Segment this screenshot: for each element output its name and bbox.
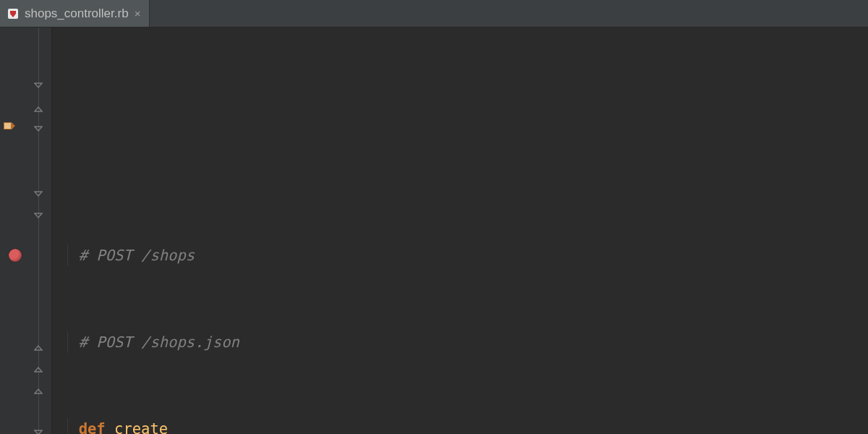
execution-point-icon[interactable] xyxy=(3,119,16,132)
fold-end-icon[interactable] xyxy=(34,99,43,108)
gutter[interactable] xyxy=(0,27,52,434)
fold-collapse-icon[interactable] xyxy=(34,186,43,195)
fold-end-icon[interactable] xyxy=(34,381,43,390)
fold-collapse-icon[interactable] xyxy=(34,208,43,216)
tab-filename: shops_controller.rb xyxy=(25,7,129,21)
code-line xyxy=(52,158,868,179)
fold-end-icon[interactable] xyxy=(34,359,43,368)
fold-collapse-icon[interactable] xyxy=(34,77,43,86)
fold-collapse-icon[interactable] xyxy=(34,425,43,433)
breakpoint-icon[interactable] xyxy=(9,249,22,262)
code-line: def create xyxy=(52,418,868,434)
fold-end-icon[interactable] xyxy=(34,338,43,346)
fold-collapse-icon[interactable] xyxy=(34,121,43,129)
code-line: # POST /shops xyxy=(52,244,868,266)
editor-tab[interactable]: shops_controller.rb × xyxy=(0,0,150,27)
code-line xyxy=(52,93,868,114)
svg-rect-2 xyxy=(4,123,11,129)
editor-body: # POST /shops # POST /shops.json def cre… xyxy=(0,27,868,434)
code-line: # POST /shops.json xyxy=(52,331,868,353)
code-area[interactable]: # POST /shops # POST /shops.json def cre… xyxy=(52,27,868,434)
close-tab-icon[interactable]: × xyxy=(135,7,141,20)
tab-bar: shops_controller.rb × xyxy=(0,0,868,27)
ruby-file-icon xyxy=(7,8,19,20)
